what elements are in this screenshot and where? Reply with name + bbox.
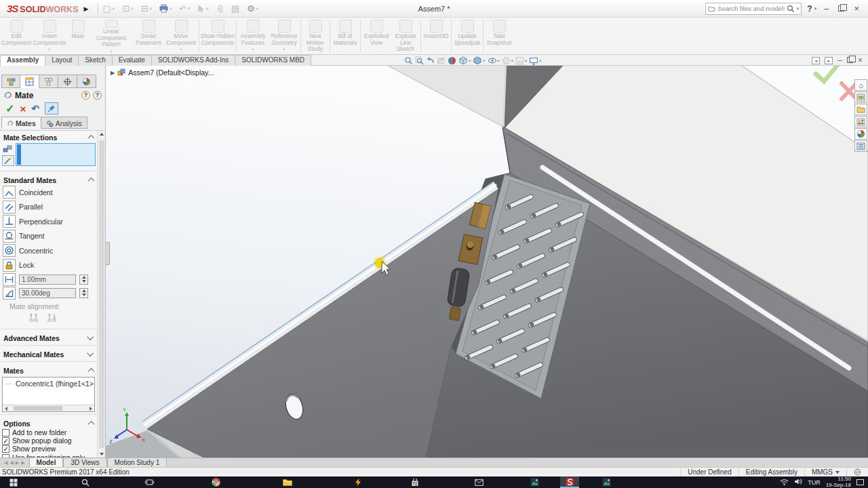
attachments-button[interactable]	[216, 4, 224, 13]
ribbon-new-motion-study-button[interactable]: New Motion Study	[302, 18, 329, 54]
print-button[interactable]: ▾	[159, 4, 172, 13]
model-scene[interactable]: Y X Z	[106, 66, 868, 458]
action-center-icon[interactable]	[856, 479, 864, 485]
tab-property-manager[interactable]	[20, 75, 39, 88]
zoom-to-area-button[interactable]	[415, 56, 424, 65]
section-standard-mates[interactable]: Standard Mates	[0, 174, 97, 185]
custom-properties-icon[interactable]	[854, 140, 867, 152]
display-style-button[interactable]: ▾	[473, 56, 485, 65]
mate-type-parallel[interactable]: Parallel	[0, 200, 97, 215]
doc-restore-button[interactable]	[847, 56, 853, 64]
ribbon-take-snapshot-button[interactable]: Take Snapshot	[484, 18, 514, 54]
ribbon-assembly-features-button[interactable]: Assembly Features▾	[237, 18, 269, 54]
scroll-right-icon[interactable]	[87, 405, 94, 411]
tab-motion-study-1[interactable]: Motion Study 1	[107, 458, 167, 467]
angle-spinner[interactable]	[79, 288, 88, 298]
tab-layout[interactable]: Layout	[45, 55, 79, 66]
doc-window-next-icon[interactable]: ▸	[825, 57, 833, 64]
help-icon[interactable]: ?	[93, 91, 102, 100]
section-view-button[interactable]	[437, 56, 446, 65]
scroll-thumb[interactable]	[99, 140, 104, 448]
cancel-button[interactable]: ×	[20, 103, 26, 115]
language-indicator[interactable]: TUR	[808, 479, 821, 486]
apply-scene-button[interactable]: ▾	[515, 57, 527, 65]
ribbon-instant3d-button[interactable]: Instant3D	[422, 18, 450, 54]
volume-icon[interactable]	[794, 478, 802, 487]
angle-input[interactable]: 30.00deg	[19, 288, 76, 298]
microsoft-store-icon[interactable]	[406, 476, 425, 488]
tab-configuration-manager[interactable]	[39, 75, 58, 88]
scroll-up-icon[interactable]	[100, 133, 104, 136]
tab-3d-views[interactable]: 3D Views	[63, 458, 106, 467]
aligned-button[interactable]	[28, 312, 40, 323]
help-button[interactable]: ?	[807, 4, 812, 14]
start-button[interactable]	[4, 476, 23, 488]
ribbon-bill-of-materials-button[interactable]: Bill of Materials	[331, 18, 359, 54]
graphics-viewport[interactable]: Y X Z ▶ Assem7 (Default<Display... ⌂	[106, 66, 868, 458]
mates-list-item[interactable]: — Concentric1 (fhinge1<1>,fh	[3, 378, 94, 388]
search-icon[interactable]	[787, 5, 795, 13]
tab-display-manager[interactable]	[77, 75, 96, 88]
ribbon-mate-button[interactable]: Mate	[66, 18, 90, 54]
scroll-down-icon[interactable]	[100, 453, 104, 455]
search-dropdown-icon[interactable]: ▾	[797, 6, 800, 12]
doc-window-prev-icon[interactable]: ◂	[812, 57, 820, 64]
mates-horizontal-scrollbar[interactable]	[3, 405, 94, 411]
quick-tips-icon[interactable]: ?	[81, 91, 90, 100]
apply-appearance-button[interactable]: ▾	[502, 56, 513, 65]
ribbon-reference-geometry-button[interactable]: Reference Geometry▾	[269, 18, 300, 54]
tab-evaluate[interactable]: Evaluate	[113, 55, 152, 66]
ribbon-insert-components-button[interactable]: Insert Components▾	[33, 18, 66, 54]
section-options[interactable]: Options	[0, 417, 97, 428]
option-show-preview[interactable]: ✓ Show preview	[0, 445, 97, 453]
checkbox[interactable]: ✓	[2, 437, 9, 445]
mate-type-concentric[interactable]: Concentric	[0, 243, 97, 258]
winamp-icon[interactable]	[349, 476, 368, 488]
select-button[interactable]: ▾	[197, 5, 209, 13]
settings-gear-button[interactable]: ⚙▾	[247, 4, 258, 13]
previous-view-button[interactable]	[426, 57, 435, 65]
options-list-button[interactable]: ▤	[231, 4, 239, 13]
option-show-popup-dialog[interactable]: ✓ Show popup dialog	[0, 436, 97, 445]
zoom-to-fit-button[interactable]	[404, 56, 413, 65]
view-orientation-button[interactable]: ▾	[458, 56, 471, 65]
minimize-button[interactable]: –	[822, 4, 831, 13]
undo-button[interactable]: ↶▾	[180, 5, 191, 13]
first-tab-icon[interactable]: ◀	[4, 460, 7, 466]
taskbar-clock[interactable]: 11:50 19-Sep-18	[826, 476, 851, 488]
new-document-button[interactable]: ▢▾	[102, 4, 115, 13]
open-document-button[interactable]: ⊡▾	[122, 4, 133, 13]
tab-solidworks-add-ins[interactable]: SOLIDWORKS Add-Ins	[152, 55, 235, 66]
ribbon-smart-fasteners-button[interactable]: Smart Fasteners	[133, 18, 164, 54]
ribbon-linear-pattern-button[interactable]: Linear Component Pattern▾	[90, 18, 133, 54]
tab-dimxpert-manager[interactable]	[58, 75, 77, 88]
anti-aligned-button[interactable]	[47, 312, 58, 323]
file-explorer-taskbar-icon[interactable]	[278, 476, 297, 488]
mate-type-lock[interactable]: Lock	[0, 258, 97, 273]
task-view-icon[interactable]	[140, 476, 159, 488]
distance-input[interactable]: 1.00mm	[19, 274, 76, 285]
search-box[interactable]: Search files and models ▾	[705, 3, 802, 15]
checkbox[interactable]: ✓	[2, 445, 9, 453]
ribbon-edit-component-button[interactable]: Edit Component	[0, 18, 33, 54]
panel-vertical-scrollbar[interactable]	[97, 131, 105, 458]
tab-model[interactable]: Model	[29, 458, 64, 467]
tab-feature-manager[interactable]	[1, 75, 20, 88]
section-mechanical-mates[interactable]: Mechanical Mates	[0, 348, 97, 359]
panel-splitter-handle[interactable]	[106, 242, 110, 265]
home-icon[interactable]: ⌂	[854, 79, 867, 91]
tab-sketch[interactable]: Sketch	[79, 55, 113, 66]
ok-button[interactable]: ✓	[5, 102, 14, 115]
tab-solidworks-mbd[interactable]: SOLIDWORKS MBD	[235, 55, 311, 66]
doc-minimize-button[interactable]: –	[837, 56, 842, 64]
last-tab-icon[interactable]: ▶	[21, 460, 24, 466]
undo-button-pm[interactable]: ↶	[31, 103, 39, 114]
view-settings-button[interactable]: ▾	[529, 57, 541, 65]
file-explorer-icon[interactable]	[854, 104, 867, 115]
design-library-icon[interactable]	[854, 92, 867, 103]
appearances-icon[interactable]	[854, 128, 867, 140]
mail-icon[interactable]	[469, 476, 488, 488]
media-app-icon-2[interactable]	[597, 476, 616, 488]
tab-analysis[interactable]: Analysis	[41, 117, 87, 129]
save-button[interactable]: ⊟▾	[141, 4, 152, 13]
